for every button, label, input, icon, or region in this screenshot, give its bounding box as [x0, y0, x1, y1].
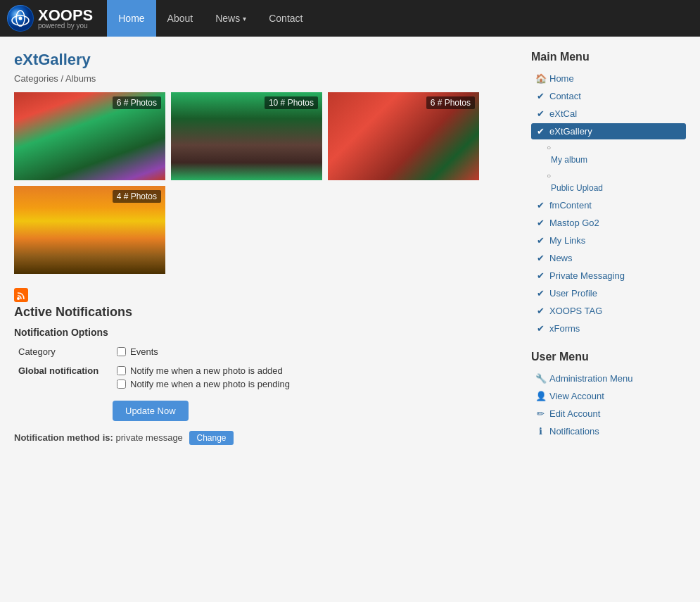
- sidebar-item-label: Home: [549, 73, 574, 84]
- nav-menu: Home About News ▾ Contact: [107, 0, 314, 37]
- sidebar-item-public-upload[interactable]: Public Upload: [547, 169, 686, 196]
- edit-icon: ✏: [535, 408, 545, 419]
- global-notif-row: Global notification Notify me when a new…: [14, 363, 517, 395]
- page-wrapper: eXtGallery Categories / Albums 6 # Photo…: [0, 37, 700, 468]
- gallery-grid: 6 # Photos 10 # Photos 6 # Photos: [14, 92, 517, 180]
- notif-method: Notification method is: private message …: [14, 431, 517, 445]
- events-checkbox[interactable]: [117, 347, 126, 356]
- contact-icon: ✔: [535, 91, 545, 101]
- sidebar-item-xoopstag[interactable]: ✔ XOOPS TAG: [531, 303, 686, 319]
- page-title: eXtGallery: [14, 51, 517, 69]
- sidebar-item-label: Private Messaging: [549, 270, 625, 281]
- category-label: Category: [14, 344, 113, 363]
- main-menu: 🏠 Home ✔ Contact ✔ eXtCal ✔ eXtGa: [531, 70, 686, 337]
- change-button[interactable]: Change: [189, 431, 233, 445]
- sidebar-item-edit-account[interactable]: ✏ Edit Account: [531, 406, 686, 422]
- gallery-item-1[interactable]: 6 # Photos: [14, 92, 165, 180]
- sidebar-item-mastop[interactable]: ✔ Mastop Go2: [531, 215, 686, 231]
- home-icon: 🏠: [535, 73, 545, 84]
- sidebar-item-extgallery[interactable]: ✔ eXtGallery My album Public Upload: [531, 123, 686, 196]
- sidebar-item-fmcontent[interactable]: ✔ fmContent: [531, 197, 686, 213]
- photo-count-2: 10 # Photos: [265, 96, 318, 109]
- main-menu-title: Main Menu: [531, 51, 686, 63]
- user-menu-section: User Menu 🔧 Administration Menu 👤 View A…: [531, 351, 686, 439]
- extgallery-icon: ✔: [535, 126, 545, 137]
- new-photo-checkbox[interactable]: [117, 366, 126, 375]
- events-label: Events: [130, 346, 158, 357]
- svg-point-3: [19, 17, 23, 20]
- news-icon: ✔: [535, 253, 545, 263]
- update-now-button[interactable]: Update Now: [113, 401, 189, 421]
- nav-contact[interactable]: Contact: [257, 0, 314, 37]
- nav-home[interactable]: Home: [107, 0, 155, 37]
- svg-point-4: [17, 297, 20, 300]
- sidebar-item-home[interactable]: 🏠 Home: [531, 70, 686, 87]
- sidebar-item-label: Mastop Go2: [549, 218, 599, 228]
- gallery-grid-row2: 4 # Photos: [14, 186, 517, 274]
- rss-icon[interactable]: [14, 288, 28, 302]
- gallery-item-4[interactable]: 4 # Photos: [14, 186, 165, 274]
- pending-photo-checkbox-row: Notify me when a new photo is pending: [117, 379, 513, 389]
- sidebar-item-my-album[interactable]: My album: [547, 141, 686, 168]
- brand-logo[interactable]: XOOPS powered by you: [7, 5, 93, 32]
- new-photo-checkbox-row: Notify me when a new photo is added: [117, 365, 513, 376]
- breadcrumb: Categories / Albums: [14, 73, 517, 84]
- sidebar-item-news[interactable]: ✔ News: [531, 250, 686, 266]
- mastop-icon: ✔: [535, 218, 545, 228]
- xoopstag-icon: ✔: [535, 306, 545, 316]
- sidebar-item-label: eXtGallery: [549, 126, 592, 137]
- info-icon: ℹ: [535, 426, 545, 437]
- sidebar-item-label: User Profile: [549, 288, 597, 299]
- global-notif-options: Notify me when a new photo is added Noti…: [113, 363, 517, 395]
- sidebar-item-label: Administration Menu: [549, 373, 633, 384]
- sidebar-item-extcal[interactable]: ✔ eXtCal: [531, 106, 686, 122]
- mylinks-icon: ✔: [535, 235, 545, 246]
- notif-method-value: private message: [115, 432, 182, 443]
- sidebar-item-label: xForms: [549, 323, 580, 334]
- extgallery-submenu: My album Public Upload: [547, 141, 686, 196]
- sidebar-item-label: View Account: [549, 391, 604, 401]
- xforms-icon: ✔: [535, 323, 545, 334]
- notif-table: Category Events Global notification Noti…: [14, 344, 517, 395]
- notifications-title: Active Notifications: [14, 305, 517, 320]
- sidebar-item-xforms[interactable]: ✔ xForms: [531, 320, 686, 337]
- photo-count-1: 6 # Photos: [113, 96, 161, 109]
- sidebar-item-mylinks[interactable]: ✔ My Links: [531, 232, 686, 249]
- sidebar-item-label: Notifications: [549, 426, 599, 437]
- sidebar-item-label: News: [549, 253, 573, 263]
- navbar: XOOPS powered by you Home About News ▾ C…: [0, 0, 700, 37]
- sidebar-item-user-profile[interactable]: ✔ User Profile: [531, 285, 686, 301]
- user-menu-title: User Menu: [531, 351, 686, 363]
- gallery-item-3[interactable]: 6 # Photos: [328, 92, 479, 180]
- sidebar-item-view-account[interactable]: 👤 View Account: [531, 388, 686, 404]
- pm-icon: ✔: [535, 270, 545, 281]
- fmcontent-icon: ✔: [535, 200, 545, 211]
- sidebar-item-label: fmContent: [549, 200, 592, 211]
- sidebar-item-label: Contact: [549, 91, 581, 101]
- nav-about[interactable]: About: [156, 0, 205, 37]
- user-menu: 🔧 Administration Menu 👤 View Account ✏ E…: [531, 370, 686, 439]
- nav-news[interactable]: News ▾: [204, 0, 257, 37]
- sidebar-item-admin-menu[interactable]: 🔧 Administration Menu: [531, 370, 686, 387]
- main-content: eXtGallery Categories / Albums 6 # Photo…: [14, 51, 517, 453]
- userprofile-icon: ✔: [535, 288, 545, 299]
- sidebar-item-private-messaging[interactable]: ✔ Private Messaging: [531, 268, 686, 284]
- extcal-icon: ✔: [535, 108, 545, 119]
- sidebar-item-label: Edit Account: [549, 408, 600, 419]
- sidebar-item-notifications[interactable]: ℹ Notifications: [531, 423, 686, 439]
- sidebar-item-label: XOOPS TAG: [549, 306, 602, 316]
- sidebar: Main Menu 🏠 Home ✔ Contact ✔ eXtCal: [531, 51, 686, 453]
- gallery-item-2[interactable]: 10 # Photos: [171, 92, 322, 180]
- brand-sub: powered by you: [38, 22, 93, 30]
- sidebar-item-contact[interactable]: ✔ Contact: [531, 88, 686, 104]
- logo-icon: [7, 5, 34, 32]
- sidebar-item-label: eXtCal: [549, 108, 577, 119]
- new-photo-label: Notify me when a new photo is added: [130, 365, 283, 376]
- global-notif-label: Global notification: [14, 363, 113, 395]
- sidebar-item-label: My Links: [549, 235, 585, 246]
- pending-photo-checkbox[interactable]: [117, 380, 126, 389]
- wrench-icon: 🔧: [535, 373, 545, 384]
- events-checkbox-row: Events: [117, 346, 513, 357]
- notif-options-title: Notification Options: [14, 327, 517, 338]
- pending-photo-label: Notify me when a new photo is pending: [130, 379, 290, 389]
